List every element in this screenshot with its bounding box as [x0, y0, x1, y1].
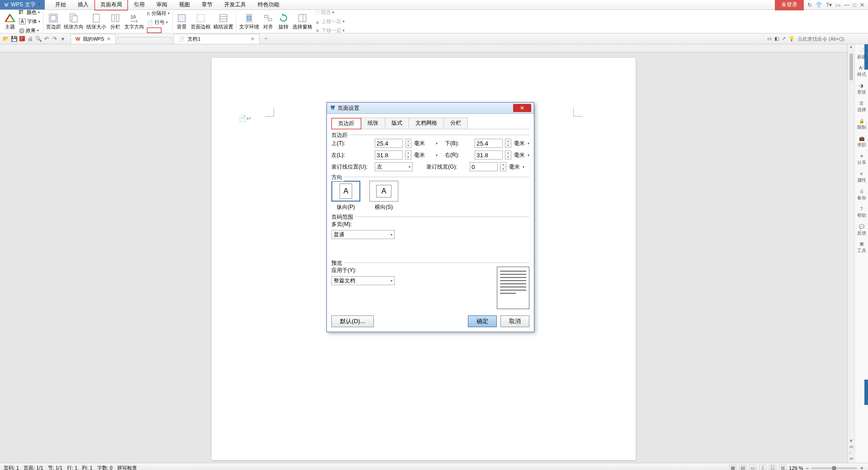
status-spell[interactable]: 拼写检查	[117, 465, 137, 470]
save-icon[interactable]: 💾	[11, 36, 17, 42]
dlg-tab-grid[interactable]: 文档网格	[409, 118, 444, 129]
side-feedback[interactable]: 💬反馈	[857, 224, 866, 236]
dialog-launcher-highlight[interactable]	[147, 28, 161, 33]
spin-top[interactable]: ▲▼	[405, 139, 411, 148]
side-select[interactable]: ☰选择	[857, 101, 866, 113]
tab2-close-icon[interactable]: ✕	[250, 36, 255, 42]
view5-icon[interactable]: ☷	[769, 465, 776, 470]
menu-start[interactable]: 开始	[49, 0, 72, 10]
status-col[interactable]: 列: 1	[82, 465, 92, 470]
help-icon[interactable]: ?▾	[826, 2, 832, 8]
scrollbar-vertical[interactable]: ▲ ▼ ≪ ○ ≫	[847, 44, 854, 463]
tab1-close-icon[interactable]: ✕	[107, 36, 111, 42]
view6-icon[interactable]: ⊞	[779, 465, 786, 470]
scroll-down-icon[interactable]: ▼	[849, 438, 854, 443]
menu-dev[interactable]: 开发工具	[218, 0, 252, 10]
lineno-button[interactable]: 📄行号▾	[146, 19, 170, 26]
side-prop[interactable]: ≡属性	[857, 171, 866, 183]
status-page[interactable]: 页码: 1	[4, 465, 19, 470]
input-left[interactable]	[375, 150, 403, 160]
font-button[interactable]: A字体▾	[18, 18, 41, 25]
spin-left[interactable]: ▲▼	[405, 150, 411, 160]
dlg-tab-col[interactable]: 分栏	[443, 118, 468, 129]
app-dropdown-icon[interactable]: ▼	[38, 3, 41, 7]
manuscript-button[interactable]: 稿纸设置	[212, 12, 234, 31]
login-button[interactable]: 未登录	[775, 0, 804, 10]
select-apply[interactable]: 整篇文档▾	[331, 276, 395, 285]
align-button[interactable]: 对齐	[261, 12, 275, 31]
sync-icon[interactable]: ↻	[807, 2, 812, 8]
preview-icon[interactable]: 🔍	[35, 36, 42, 42]
side-share[interactable]: ✈分享	[857, 154, 866, 166]
menu-page-layout[interactable]: 页面布局	[94, 0, 128, 10]
pdf-icon[interactable]: 🅿	[19, 36, 25, 42]
maximize-icon[interactable]: □	[853, 2, 856, 8]
menu-view[interactable]: 视图	[173, 0, 196, 10]
ribbon-toggle-icon[interactable]: ▭	[835, 2, 840, 8]
page-direction-button[interactable]: 纸张方向	[63, 12, 85, 31]
shirt-icon[interactable]: 👕	[816, 2, 822, 8]
menu-section[interactable]: 章节	[196, 0, 218, 10]
status-sec[interactable]: 节: 1/1	[48, 465, 62, 470]
view1-icon[interactable]: ▦	[729, 465, 736, 470]
ruler-horizontal[interactable]	[0, 44, 847, 52]
bg-button[interactable]: 背景	[175, 12, 189, 31]
default-button[interactable]: 默认(D)...	[331, 315, 374, 327]
status-chars[interactable]: 字数: 0	[97, 465, 113, 470]
color-button[interactable]: 颜色▾	[18, 9, 41, 16]
dlg-tab-paper[interactable]: 纸张	[361, 118, 385, 129]
tr-icon2[interactable]: ◧	[774, 36, 779, 42]
side-limit[interactable]: 🔒限制	[857, 118, 866, 131]
collapse-bar[interactable]	[864, 44, 868, 70]
doc-tab-hidden[interactable]	[118, 37, 172, 40]
border-button[interactable]: 页面边框	[190, 12, 212, 31]
qat-dropdown-icon[interactable]: ▾	[60, 36, 66, 42]
input-top[interactable]	[375, 139, 403, 148]
zoom-thumb[interactable]	[832, 466, 836, 470]
minimize-icon[interactable]: —	[844, 2, 849, 8]
effect-button[interactable]: 效果▾	[18, 27, 41, 34]
dialog-title-bar[interactable]: 页面设置 ✕	[327, 103, 534, 114]
zoom-in-icon[interactable]: ＋	[859, 465, 864, 470]
undo-icon[interactable]: ↶	[43, 36, 50, 42]
input-gutter-w[interactable]	[470, 162, 498, 171]
spin-gw[interactable]: ▲▼	[500, 162, 506, 171]
side-job[interactable]: 💼求职	[857, 136, 866, 148]
new-tab-icon[interactable]: ＋	[259, 35, 272, 42]
zoom-out-icon[interactable]: −	[806, 465, 809, 470]
doc-tab-wps[interactable]: W 我的WPS ✕	[71, 34, 116, 44]
scroll-thumb[interactable]	[849, 53, 853, 80]
wrap-button[interactable]: 文字环绕	[238, 12, 260, 31]
page-size-button[interactable]: 纸张大小	[85, 12, 107, 31]
select-gutter-pos[interactable]: 左▾	[375, 162, 413, 171]
menu-insert[interactable]: 插入	[72, 0, 94, 10]
side-shape[interactable]: ◑形状	[857, 83, 866, 95]
doc-tab-doc1[interactable]: 📄 文档1 ✕	[174, 34, 259, 44]
menu-special[interactable]: 特色功能	[252, 0, 285, 10]
side-tools[interactable]: 🛠工具	[857, 242, 866, 254]
textdir-button[interactable]: ||A文字方向	[123, 12, 145, 31]
orient-landscape[interactable]: A 横向(S)	[369, 181, 398, 211]
rotate-button[interactable]: 旋转	[276, 12, 291, 31]
select-multi[interactable]: 普通▾	[331, 230, 395, 239]
spin-right[interactable]: ▲▼	[505, 150, 511, 160]
cancel-button[interactable]: 取消	[500, 315, 529, 327]
pane-button[interactable]: 选择窗格	[292, 12, 313, 31]
tr-icon3[interactable]: ↗	[782, 36, 786, 42]
view2-icon[interactable]: ▤	[739, 465, 746, 470]
print-icon[interactable]: 🖨	[27, 36, 33, 42]
spin-bottom[interactable]: ▲▼	[505, 139, 511, 148]
redo-icon[interactable]: ↷	[52, 36, 58, 42]
breaks-button[interactable]: ⎌分隔符▾	[146, 9, 170, 17]
orient-portrait[interactable]: A 纵向(P)	[331, 181, 360, 211]
open-icon[interactable]: 📂	[3, 36, 9, 42]
dlg-tab-margin[interactable]: 页边距	[331, 118, 361, 129]
close-icon[interactable]: ✕	[860, 2, 864, 8]
browse-icon[interactable]: ○	[849, 450, 854, 455]
tr-icon1[interactable]: ▭	[767, 36, 772, 42]
side-backup[interactable]: ⎙备份	[857, 189, 866, 201]
collapse-bar2[interactable]	[864, 380, 868, 405]
status-line[interactable]: 行: 1	[67, 465, 77, 470]
dlg-tab-layout[interactable]: 版式	[385, 118, 409, 129]
status-pages[interactable]: 页面: 1/1	[24, 465, 43, 470]
